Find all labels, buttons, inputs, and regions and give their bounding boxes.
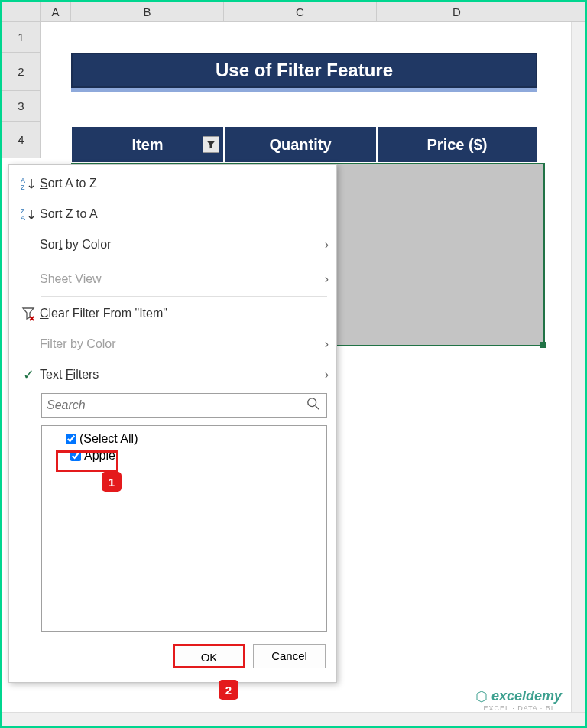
menu-sort-az-label: Sort A to Z [40,177,329,190]
menu-clear-filter[interactable]: Clear Filter From "Item" [9,298,336,329]
annotation-box-1 [56,450,118,472]
chevron-right-icon: › [325,368,329,382]
col-header-B[interactable]: B [71,2,224,21]
filter-dropdown-menu: AZ Sort A to Z ZA Sort Z to A Sort by Co… [8,164,337,683]
col-header-A[interactable]: A [41,2,71,21]
filter-item-select-all[interactable]: (Select All) [45,431,323,447]
column-header-row: A B C D [2,2,585,22]
chevron-right-icon: › [325,337,329,351]
row-header-1[interactable]: 1 [2,22,41,53]
header-price-label: Price ($) [427,136,488,154]
col-header-C[interactable]: C [224,2,377,21]
header-item-label: Item [131,136,163,154]
table-header-row: Item Quantity Price ($) [71,126,537,163]
title-underline [71,88,537,92]
menu-sheet-view: Sheet View › [9,264,336,294]
menu-filter-color-label: Filter by Color [40,337,325,351]
search-row [9,390,336,421]
menu-text-filters-label: Text Filters [40,368,325,382]
header-qty-label: Quantity [269,136,331,154]
col-header-D[interactable]: D [377,2,537,21]
funnel-icon [206,140,216,149]
header-quantity: Quantity [224,126,377,163]
vertical-scrollbar[interactable] [571,22,585,712]
chevron-right-icon: › [325,238,329,252]
search-icon [306,397,322,414]
filter-button-item[interactable] [203,136,219,153]
sort-az-icon: AZ [17,176,40,191]
menu-sort-color-label: Sort by Color [40,238,325,252]
fill-handle[interactable] [540,342,546,348]
svg-point-4 [308,398,316,407]
annotation-badge-2: 2 [219,680,238,700]
row-header-4[interactable]: 4 [2,122,41,158]
annotation-badge-1: 1 [102,472,122,492]
cube-icon [475,691,488,703]
menu-sheet-view-label: Sheet View [40,272,325,286]
row-header-3[interactable]: 3 [2,91,41,122]
header-item: Item [71,126,224,163]
row-header-2[interactable]: 2 [2,53,41,91]
svg-text:A: A [21,214,25,222]
menu-sort-az[interactable]: AZ Sort A to Z [9,168,336,199]
header-price: Price ($) [377,126,537,163]
separator [41,262,327,262]
filter-item-select-all-label: (Select All) [79,432,138,446]
menu-clear-filter-label: Clear Filter From "Item" [40,307,329,320]
search-box[interactable] [41,393,327,418]
separator [41,296,327,297]
watermark-sub: EXCEL · DATA · BI [475,704,562,712]
chevron-right-icon: › [325,272,329,286]
select-all-corner[interactable] [2,2,41,21]
checkbox-select-all[interactable] [66,434,76,444]
menu-text-filters[interactable]: ✓ Text Filters › [9,359,336,390]
page-title: Use of Filter Feature [71,53,537,88]
ok-button[interactable]: OK [173,644,245,668]
menu-sort-za-label: Sort Z to A [40,207,329,221]
button-row: OK Cancel [9,636,336,679]
watermark: exceldemy EXCEL · DATA · BI [475,688,562,712]
menu-sort-color[interactable]: Sort by Color › [9,229,336,260]
cancel-button[interactable]: Cancel [253,644,326,668]
sort-za-icon: ZA [17,206,40,222]
menu-sort-za[interactable]: ZA Sort Z to A [9,199,336,229]
checkmark-icon: ✓ [17,366,40,383]
search-input[interactable] [47,398,306,412]
svg-text:Z: Z [21,184,25,191]
clear-filter-icon [17,306,40,321]
horizontal-scrollbar[interactable] [2,712,585,726]
row-header-col: 1 2 3 4 [2,22,41,158]
menu-filter-color: Filter by Color › [9,329,336,359]
watermark-brand: exceldemy [475,688,562,704]
